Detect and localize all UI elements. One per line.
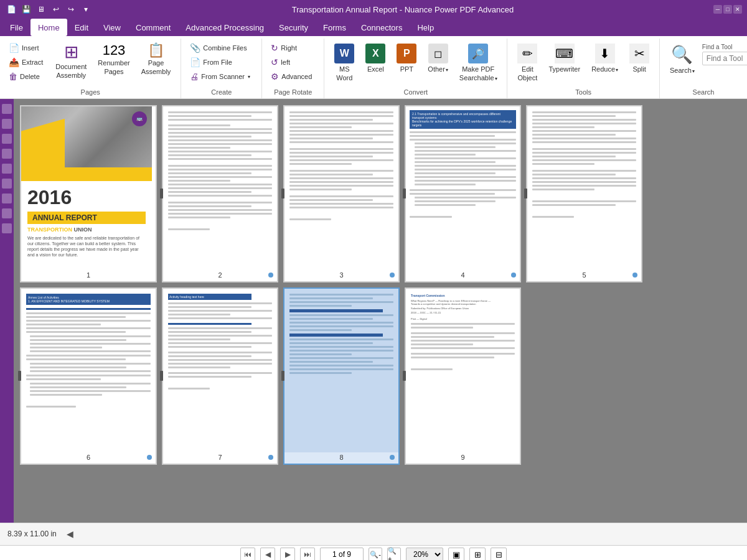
find-tool-label: Find a Tool — [702, 44, 747, 50]
page-thumb-3[interactable]: 3 — [283, 105, 400, 282]
insert-btn[interactable]: 📄 Insert — [5, 41, 47, 55]
maximize-btn[interactable]: □ — [723, 5, 732, 14]
excel-btn[interactable]: X Excel — [360, 41, 390, 76]
search-section-label: Search — [662, 86, 745, 98]
menu-edit[interactable]: Edit — [67, 19, 96, 36]
pages-section-label: Pages — [2, 86, 178, 98]
page-thumb-6[interactable]: Annex List of Activities1. AN EFFICIENT … — [20, 287, 157, 465]
customize-btn[interactable]: ▾ — [80, 3, 92, 16]
window-title: Transportation Annual Report - Nuance Po… — [92, 5, 713, 14]
left-panel-btn-6[interactable] — [2, 179, 12, 189]
left-panel-btn-4[interactable] — [2, 149, 12, 159]
page-thumb-8[interactable]: 8 — [283, 287, 400, 465]
reduce-btn[interactable]: ⬇ Reduce▾ — [586, 41, 623, 76]
scroll-left-arrow[interactable]: ◀ — [64, 528, 76, 540]
rotate-advanced-btn[interactable]: ⚙ Advanced — [267, 70, 316, 83]
redo-btn[interactable]: ↪ — [65, 3, 77, 16]
combine-files-btn[interactable]: 📎 Combine Files — [186, 41, 250, 55]
from-scanner-btn[interactable]: 🖨 From Scanner ▾ — [186, 70, 254, 83]
nav-first-btn[interactable]: ⏮ — [240, 548, 255, 560]
other-btn[interactable]: ◻ Other▾ — [423, 41, 453, 76]
menu-home[interactable]: Home — [31, 19, 67, 36]
ribbon-section-convert: W MSWord X Excel P PPT ◻ Other▾ 🔎 Make P… — [324, 39, 507, 98]
close-btn[interactable]: ✕ — [733, 5, 742, 14]
zoom-select[interactable]: 20% 10% 15% 25% 50% 75% 100% — [406, 548, 443, 560]
cover-company-name: TRANSPORTION — [27, 226, 72, 233]
nav-last-btn[interactable]: ⏭ — [300, 548, 315, 560]
page-thumb-9[interactable]: Transport Commission What Regions Need? … — [405, 287, 521, 465]
page-1-content: 🚌 2016 ANNUAL REPORT TRANSPORTION UNION … — [21, 106, 156, 270]
reduce-icon: ⬇ — [595, 44, 615, 63]
view-single-btn[interactable]: ▣ — [448, 548, 464, 560]
rotate-left-btn[interactable]: ↺ left — [267, 55, 294, 69]
delete-icon: 🗑 — [9, 72, 17, 82]
page-4-num: 4 — [406, 270, 520, 281]
menu-view[interactable]: View — [96, 19, 128, 36]
document-assembly-btn[interactable]: ⊞ DocumentAssembly — [50, 41, 92, 83]
left-panel-btn-2[interactable] — [2, 119, 12, 129]
left-panel-btn-3[interactable] — [2, 134, 12, 144]
minimize-btn[interactable]: ─ — [713, 5, 722, 14]
menu-comment[interactable]: Comment — [128, 19, 178, 36]
cover-year: 2016 — [27, 186, 146, 209]
cover-page: 🚌 2016 ANNUAL REPORT TRANSPORTION UNION … — [21, 106, 152, 270]
save-btn[interactable]: 💾 — [20, 3, 32, 16]
from-scanner-icon: 🖨 — [190, 72, 199, 82]
page-9-date: 2016 — DOC — 21 / 01-15Print — Digital — [411, 311, 515, 320]
rotate-right-btn[interactable]: ↻ Right — [267, 41, 301, 55]
page-3-num: 3 — [284, 270, 398, 281]
menu-advanced-processing[interactable]: Advanced Processing — [178, 19, 271, 36]
page-thumb-1[interactable]: 🚌 2016 ANNUAL REPORT TRANSPORTION UNION … — [20, 105, 157, 282]
page-thumb-4[interactable]: 2.1 Transportation is comprehensive and … — [405, 105, 521, 282]
make-pdf-btn[interactable]: 🔎 Make PDFSearchable▾ — [454, 41, 502, 85]
nav-prev-btn[interactable]: ◀ — [260, 548, 275, 560]
status-bar: 8.39 x 11.00 in ◀ — [0, 523, 747, 545]
left-panel-btn-5[interactable] — [2, 164, 12, 174]
menu-forms[interactable]: Forms — [316, 19, 354, 36]
left-panel-btn-8[interactable] — [2, 208, 12, 218]
view-scroll-btn[interactable]: ⊟ — [491, 548, 507, 560]
extract-icon: 📤 — [9, 57, 19, 67]
ms-word-btn[interactable]: W MSWord — [329, 41, 359, 85]
from-file-btn[interactable]: 📄 From File — [186, 55, 235, 69]
typewriter-btn[interactable]: ⌨ Typewriter — [543, 41, 585, 76]
bottom-bar: ⏮ ◀ ▶ ⏭ 1 of 9 🔍- 🔍+ 20% 10% 15% 25% 50%… — [0, 545, 747, 560]
search-btn[interactable]: 🔍 Search▾ — [665, 41, 700, 77]
page-7-heading: Activity heading text here — [168, 294, 251, 300]
left-panel-btn-7[interactable] — [2, 194, 12, 203]
ppt-icon: P — [397, 44, 416, 63]
page-number-input[interactable]: 1 of 9 — [320, 548, 364, 560]
undo-btn[interactable]: ↩ — [50, 3, 62, 16]
main-content: 🚌 2016 ANNUAL REPORT TRANSPORTION UNION … — [14, 99, 747, 523]
edit-object-btn[interactable]: ✏ EditObject — [512, 41, 542, 85]
page-thumb-7[interactable]: Activity heading text here — [162, 287, 278, 465]
menu-connectors[interactable]: Connectors — [354, 19, 410, 36]
left-panel-btn-1[interactable] — [2, 104, 12, 114]
page-assembly-btn[interactable]: 📋 PageAssembly — [136, 41, 176, 79]
zoom-in-search-btn[interactable]: 🔍+ — [387, 548, 401, 560]
split-btn[interactable]: ✂ Split — [624, 41, 654, 76]
renumber-pages-btn[interactable]: 123 RenumberPages — [93, 41, 134, 79]
page-5-content — [527, 106, 641, 270]
menu-security[interactable]: Security — [271, 19, 316, 36]
page-6-num: 6 — [21, 452, 156, 464]
find-tool-input[interactable] — [702, 52, 747, 65]
screen-btn[interactable]: 🖥 — [35, 3, 47, 16]
from-file-icon: 📄 — [190, 57, 200, 67]
page-size: 8.39 x 11.00 in — [7, 530, 57, 538]
page-thumb-5[interactable]: 5 — [526, 105, 642, 282]
zoom-out-search-btn[interactable]: 🔍- — [369, 548, 382, 560]
cover-subtitle: UNION — [74, 226, 92, 233]
left-panel-btn-9[interactable] — [2, 223, 12, 233]
page-8-num: 8 — [284, 452, 398, 464]
nav-next-btn[interactable]: ▶ — [280, 548, 295, 560]
ppt-btn[interactable]: P PPT — [392, 41, 421, 76]
menu-file[interactable]: File — [2, 19, 31, 36]
view-double-btn[interactable]: ⊞ — [469, 548, 486, 560]
delete-btn[interactable]: 🗑 Delete — [5, 70, 47, 83]
menu-help[interactable]: Help — [410, 19, 441, 36]
cover-photo: 🚌 — [21, 106, 152, 181]
rotate-right-icon: ↻ — [271, 43, 278, 53]
page-thumb-2[interactable]: 2 — [162, 105, 278, 282]
extract-btn[interactable]: 📤 Extract — [5, 55, 47, 69]
